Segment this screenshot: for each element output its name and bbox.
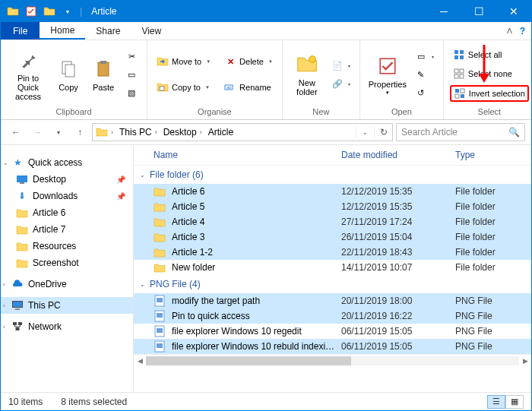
view-details-button[interactable]: ☰ [487,395,505,409]
help-icon[interactable]: ? [520,26,525,36]
sidebar-item-screenshot[interactable]: Screenshot [1,255,133,271]
file-name: New folder [172,262,341,273]
open-button[interactable]: ▭▾ [412,49,437,64]
folder-icon [43,5,55,17]
sidebar-network[interactable]: › Network [1,318,133,335]
minimize-button[interactable]: ─ [426,1,461,22]
edit-icon: ✎ [415,68,427,81]
horizontal-scrollbar[interactable]: ◀▶ [134,354,531,366]
svg-rect-29 [13,322,17,325]
history-button[interactable]: ↺ [412,85,437,100]
search-placeholder: Search Article [401,127,458,138]
group-header-png[interactable]: ⌄PNG File (4) [134,275,531,293]
col-type: Type [455,150,524,160]
file-date: 06/11/2019 15:05 [341,326,455,337]
up-button[interactable]: ↑ [71,123,89,141]
sidebar-item-downloads[interactable]: ⬇ Downloads📌 [1,188,133,204]
invert-selection-button[interactable]: Invert selection [450,85,529,102]
rename-button[interactable]: ab Rename [221,80,276,95]
select-none-icon [453,68,465,80]
svg-text:ab: ab [226,85,232,90]
list-item[interactable]: Article 1-222/11/2019 18:43File folder [134,245,531,260]
delete-button[interactable]: ✕ Delete▼ [221,54,276,69]
back-button[interactable]: ← [7,123,25,141]
sidebar-quick-access[interactable]: ⌄ ★ Quick access [1,154,133,171]
file-icon [154,295,166,307]
select-none-button[interactable]: Select none [450,66,529,81]
move-to-icon [157,55,169,68]
file-name: Article 1-2 [172,247,341,258]
svg-rect-15 [460,69,464,73]
group-header-folders[interactable]: ⌄File folder (6) [134,166,531,184]
svg-rect-35 [157,313,163,318]
paste-shortcut-button[interactable]: ▧ [122,85,141,100]
close-button[interactable]: ✕ [496,1,531,22]
sidebar-onedrive[interactable]: › OneDrive [1,276,133,292]
copy-path-button[interactable]: ▭ [122,67,141,82]
tab-view[interactable]: View [131,22,172,40]
list-item[interactable]: New folder14/11/2019 10:07File folder [134,260,531,275]
column-headers[interactable]: Name Date modified Type [134,145,531,166]
copy-button[interactable]: Copy [52,55,84,93]
list-item[interactable]: Article 427/11/2019 17:24File folder [134,214,531,229]
svg-rect-28 [15,308,20,310]
cut-button[interactable]: ✂ [122,49,141,64]
list-item[interactable]: Article 512/12/2019 15:35File folder [134,199,531,214]
forward-button[interactable]: → [28,123,46,141]
new-item-button[interactable]: 📄▾ [328,58,353,73]
paste-button[interactable]: Paste [87,55,119,93]
quick-access-icon: ★ [11,156,24,169]
view-large-icons-button[interactable]: ▦ [505,395,524,409]
sidebar-item-article7[interactable]: Article 7 [1,221,133,238]
list-item[interactable]: Article 612/12/2019 15:35File folder [134,184,531,199]
list-item[interactable]: Pin to quick access20/11/2019 16:22PNG F… [134,308,531,324]
list-item[interactable]: file explorer Windows 10 rebuld indexing… [134,339,531,354]
ribbon-collapse-icon[interactable]: ᐱ [507,27,512,35]
history-icon: ↺ [415,87,427,99]
svg-rect-12 [454,55,458,59]
list-item[interactable]: modify the target path20/11/2019 18:00PN… [134,293,531,308]
address-dropdown-icon[interactable]: ⌄ [356,127,374,138]
sidebar-item-desktop[interactable]: Desktop📌 [1,171,133,188]
file-type: File folder [455,217,524,227]
file-menu[interactable]: File [1,22,40,40]
qat-properties-icon[interactable] [25,5,37,17]
easy-access-button[interactable]: 🔗▾ [328,76,353,91]
file-date: 12/12/2019 15:35 [341,186,455,197]
file-name: Article 3 [172,232,341,242]
tab-home[interactable]: Home [40,22,85,40]
pin-to-quick-access-button[interactable]: Pin to Quick access [7,46,49,103]
move-to-button[interactable]: Move to▼ [154,54,214,69]
copy-to-button[interactable]: Copy to▼ [154,80,214,95]
new-folder-icon [295,52,319,77]
properties-button[interactable]: Properties ▼ [366,52,409,96]
downloads-icon: ⬇ [16,190,28,202]
address-bar[interactable]: › This PC› Desktop› Article ⌄ ↻ [92,123,393,141]
tab-share[interactable]: Share [85,22,131,40]
select-all-button[interactable]: Select all [450,47,529,62]
new-folder-button[interactable]: New folder [289,51,325,98]
list-item[interactable]: Article 326/11/2019 15:04File folder [134,229,531,245]
search-input[interactable]: Search Article 🔍 [396,123,525,141]
group-label-open: Open [366,106,437,118]
file-date: 14/11/2019 10:07 [341,262,455,273]
file-icon [154,325,166,337]
edit-button[interactable]: ✎ [412,67,437,82]
recent-locations-button[interactable]: ▾ [49,123,68,141]
address-bar-row: ← → ▾ ↑ › This PC› Desktop› Article ⌄ ↻ … [1,120,531,144]
group-label-clipboard: Clipboard [7,106,141,118]
refresh-button[interactable]: ↻ [374,127,392,138]
file-icon [154,261,166,273]
maximize-button[interactable]: ☐ [461,1,496,22]
sidebar-item-article6[interactable]: Article 6 [1,204,133,221]
sidebar-this-pc[interactable]: › This PC [1,297,133,314]
sidebar-item-resources[interactable]: Resources [1,238,133,255]
svg-rect-17 [460,74,464,78]
file-date: 22/11/2019 18:43 [341,247,455,258]
svg-rect-5 [160,87,164,90]
list-item[interactable]: file explorer Windows 10 regedit06/11/20… [134,324,531,339]
qat-dropdown-icon[interactable]: ▼ [62,5,74,17]
file-date: 27/11/2019 17:24 [341,217,455,227]
pin-icon: 📌 [116,175,125,184]
status-item-count: 10 items [8,397,43,407]
